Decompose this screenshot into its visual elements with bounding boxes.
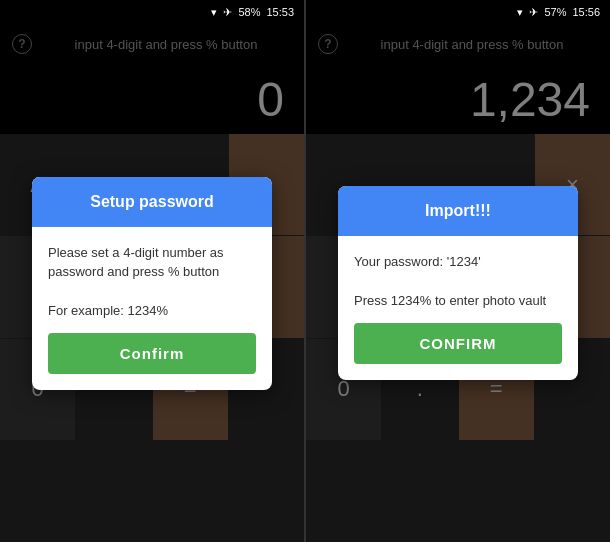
modal-text-left: Please set a 4-digit number as password … [48, 243, 256, 321]
confirm-button-right[interactable]: CONFIRM [354, 323, 562, 364]
screen-right: ▾ ✈ 57% 15:56 ? input 4-digit and press … [306, 0, 610, 542]
modal-header-right: Import!!! [338, 186, 578, 236]
modal-overlay-left: Setup password Please set a 4-digit numb… [0, 24, 304, 542]
modal-title-left: Setup password [90, 193, 214, 210]
signal-icon-right: ▾ [517, 6, 523, 19]
modal-body-right: Your password: '1234' Press 1234% to ent… [338, 236, 578, 380]
signal-icon-left: ▾ [211, 6, 217, 19]
modal-title-right: Import!!! [425, 202, 491, 219]
battery-left: 58% [238, 6, 260, 18]
modal-overlay-right: Import!!! Your password: '1234' Press 12… [306, 24, 610, 542]
calculator-left: ? input 4-digit and press % button 0 A ×… [0, 24, 304, 542]
status-bar-right: ▾ ✈ 57% 15:56 [306, 0, 610, 24]
time-left: 15:53 [266, 6, 294, 18]
airplane-icon-left: ✈ [223, 6, 232, 19]
import-modal: Import!!! Your password: '1234' Press 12… [338, 186, 578, 380]
setup-password-modal: Setup password Please set a 4-digit numb… [32, 177, 272, 390]
time-right: 15:56 [572, 6, 600, 18]
screen-left: ▾ ✈ 58% 15:53 ? input 4-digit and press … [0, 0, 304, 542]
modal-header-left: Setup password [32, 177, 272, 227]
calculator-right: ? input 4-digit and press % button 1,234… [306, 24, 610, 542]
confirm-button-left[interactable]: Confirm [48, 333, 256, 374]
airplane-icon-right: ✈ [529, 6, 538, 19]
battery-right: 57% [544, 6, 566, 18]
modal-body-left: Please set a 4-digit number as password … [32, 227, 272, 390]
modal-text-right: Your password: '1234' Press 1234% to ent… [354, 252, 562, 311]
status-bar-left: ▾ ✈ 58% 15:53 [0, 0, 304, 24]
